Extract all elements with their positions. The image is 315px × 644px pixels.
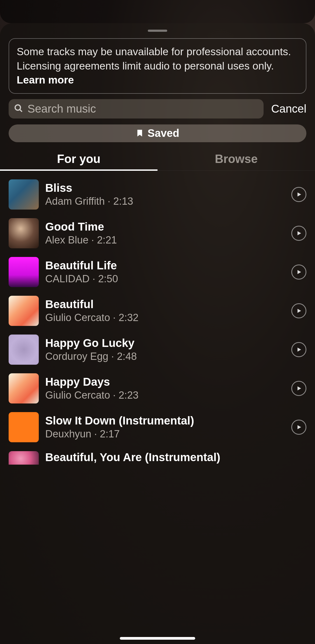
track-artwork — [9, 335, 39, 365]
music-picker-sheet: Some tracks may be unavailable for profe… — [0, 0, 315, 644]
track-meta: Adam Griffith · 2:13 — [45, 196, 285, 207]
play-button[interactable] — [291, 381, 306, 396]
search-input[interactable]: Search music — [9, 99, 264, 119]
svg-point-0 — [15, 105, 20, 110]
track-title: Slow It Down (Instrumental) — [45, 414, 285, 427]
track-title: Good Time — [45, 220, 285, 233]
tab-bar: For you Browse — [0, 148, 315, 171]
search-row: Search music Cancel — [9, 99, 306, 119]
track-row[interactable]: Beautiful, You Are (Instrumental) — [0, 447, 315, 465]
search-placeholder: Search music — [27, 102, 96, 115]
track-row[interactable]: BlissAdam Griffith · 2:13 — [0, 175, 315, 214]
track-info: Happy Go LuckyCorduroy Egg · 2:48 — [45, 337, 285, 362]
track-artwork — [9, 451, 39, 465]
play-button[interactable] — [291, 187, 306, 202]
track-info: Good TimeAlex Blue · 2:21 — [45, 220, 285, 246]
track-artwork — [9, 373, 39, 403]
track-meta: Corduroy Egg · 2:48 — [45, 351, 285, 362]
play-button[interactable] — [291, 303, 306, 318]
track-row[interactable]: Happy Go LuckyCorduroy Egg · 2:48 — [0, 330, 315, 369]
play-button[interactable] — [291, 226, 306, 241]
cancel-button[interactable]: Cancel — [271, 102, 306, 115]
track-info: BlissAdam Griffith · 2:13 — [45, 182, 285, 207]
home-indicator[interactable] — [120, 637, 195, 640]
track-title: Happy Go Lucky — [45, 337, 285, 350]
track-info: Happy DaysGiulio Cercato · 2:23 — [45, 375, 285, 401]
bookmark-icon — [136, 129, 144, 138]
licensing-notice: Some tracks may be unavailable for profe… — [9, 38, 306, 94]
play-button[interactable] — [291, 264, 306, 280]
track-info: BeautifulGiulio Cercato · 2:32 — [45, 298, 285, 323]
track-meta: Giulio Cercato · 2:23 — [45, 389, 285, 401]
bottom-sheet: Some tracks may be unavailable for profe… — [0, 23, 315, 644]
track-row[interactable]: Beautiful LifeCALIDAD · 2:50 — [0, 253, 315, 291]
notice-body: Some tracks may be unavailable for profe… — [17, 46, 291, 72]
track-row[interactable]: Happy DaysGiulio Cercato · 2:23 — [0, 369, 315, 408]
saved-label: Saved — [148, 127, 179, 139]
track-title: Happy Days — [45, 375, 285, 388]
track-artwork — [9, 412, 39, 442]
track-info: Beautiful, You Are (Instrumental) — [45, 451, 306, 465]
saved-button[interactable]: Saved — [9, 124, 306, 142]
track-meta: Alex Blue · 2:21 — [45, 234, 285, 246]
track-title: Beautiful Life — [45, 259, 285, 272]
track-title: Bliss — [45, 182, 285, 194]
track-meta: Deuxhyun · 2:17 — [45, 428, 285, 440]
track-title: Beautiful — [45, 298, 285, 311]
tab-for-you[interactable]: For you — [0, 148, 158, 170]
track-title: Beautiful, You Are (Instrumental) — [45, 451, 306, 464]
track-artwork — [9, 179, 39, 210]
track-artwork — [9, 257, 39, 287]
play-button[interactable] — [291, 420, 306, 435]
track-meta: Giulio Cercato · 2:32 — [45, 312, 285, 323]
track-info: Beautiful LifeCALIDAD · 2:50 — [45, 259, 285, 285]
track-info: Slow It Down (Instrumental)Deuxhyun · 2:… — [45, 414, 285, 440]
tab-browse[interactable]: Browse — [158, 148, 315, 170]
track-row[interactable]: BeautifulGiulio Cercato · 2:32 — [0, 291, 315, 330]
track-row[interactable]: Slow It Down (Instrumental)Deuxhyun · 2:… — [0, 408, 315, 447]
svg-line-1 — [20, 110, 22, 112]
track-meta: CALIDAD · 2:50 — [45, 273, 285, 285]
search-icon — [14, 104, 23, 114]
track-row[interactable]: Good TimeAlex Blue · 2:21 — [0, 214, 315, 253]
play-button[interactable] — [291, 342, 306, 357]
track-list[interactable]: BlissAdam Griffith · 2:13Good TimeAlex B… — [0, 171, 315, 465]
learn-more-link[interactable]: Learn more — [17, 74, 74, 86]
track-artwork — [9, 296, 39, 326]
track-artwork — [9, 218, 39, 248]
dimmed-background — [0, 0, 315, 23]
sheet-drag-handle[interactable] — [148, 30, 167, 32]
notice-text: Some tracks may be unavailable for profe… — [17, 46, 291, 86]
